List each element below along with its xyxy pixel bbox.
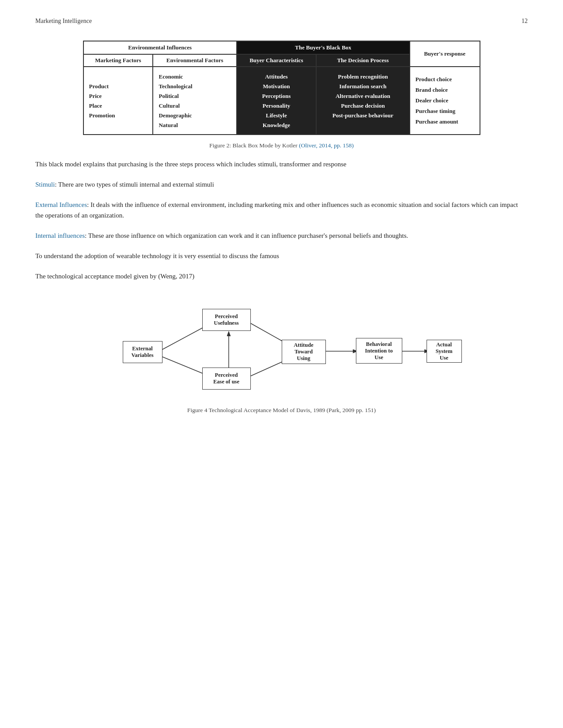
- stimuli-text: : There are two types of stimuli interna…: [55, 181, 214, 188]
- tam-ease-box: PerceivedEase of use: [202, 368, 251, 390]
- ef-item-3: Political: [159, 93, 230, 100]
- mf-item-3: Place: [89, 102, 147, 109]
- tam-behavioral-box: BehavioralIntention toUse: [356, 338, 402, 364]
- tam-behavioral-label: BehavioralIntention toUse: [365, 341, 393, 361]
- response-cell: Product choice Brand choice Dealer choic…: [410, 67, 480, 135]
- figure4-caption: Figure 4 Technological Acceptance Model …: [187, 407, 376, 414]
- decision-cell: Problem recognition Information search A…: [316, 67, 410, 135]
- dp-item-4: Purchase decision: [322, 102, 404, 109]
- buyers-response-header: Buyer's response: [410, 41, 480, 67]
- br-item-2: Brand choice: [416, 86, 474, 94]
- figure2-ref: (Oliver, 2014, pp. 158): [299, 142, 354, 149]
- env-factors-cell: Economic Technological Political Cultura…: [153, 67, 236, 135]
- external-link[interactable]: External Influences: [35, 201, 87, 208]
- br-item-1: Product choice: [416, 76, 474, 83]
- tam-external-box: ExternalVariables: [123, 341, 162, 363]
- svg-line-0: [162, 326, 207, 350]
- tam-actual-box: ActualSystemUse: [427, 340, 462, 363]
- adoption-paragraph: To understand the adoption of wearable t…: [35, 251, 528, 261]
- internal-text: : These are those influence on which org…: [85, 232, 408, 239]
- figure4-container: ExternalVariables PerceivedUsefulness Pe…: [35, 290, 528, 414]
- mf-item-4: Promotion: [89, 112, 147, 119]
- bc-item-1: Attitudes: [242, 73, 310, 80]
- ef-item-1: Economic: [159, 73, 230, 80]
- buyer-char-header: Buyer Characteristics: [237, 54, 316, 67]
- bc-item-6: Knowledge: [242, 122, 310, 129]
- external-text: : It deals with the influence of externa…: [35, 201, 518, 219]
- tam-intro-paragraph: The technological acceptance model given…: [35, 271, 528, 281]
- internal-paragraph: Internal influences: These are those inf…: [35, 230, 528, 241]
- ef-item-4: Cultural: [159, 102, 230, 109]
- br-item-5: Purchase amount: [416, 118, 474, 125]
- svg-line-1: [162, 356, 207, 375]
- figure2-container: Environmental Influences The Buyer's Bla…: [35, 41, 528, 149]
- black-box-header: The Buyer's Black Box: [237, 41, 410, 54]
- tam-diagram: ExternalVariables PerceivedUsefulness Pe…: [110, 299, 454, 396]
- mf-item-1: Product: [89, 83, 147, 90]
- br-item-4: Purchase timing: [416, 108, 474, 115]
- dp-item-3: Alternative evaluation: [322, 93, 404, 100]
- marketing-factors-header: Marketing Factors: [83, 54, 153, 67]
- black-box-table: Environmental Influences The Buyer's Bla…: [83, 41, 480, 135]
- svg-line-2: [251, 323, 286, 343]
- table-header-row1: Environmental Influences The Buyer's Bla…: [83, 41, 480, 54]
- external-paragraph: External Influences: It deals with the i…: [35, 199, 528, 221]
- figure2-caption: Figure 2: Black Box Mode by Kotler (Oliv…: [209, 142, 354, 149]
- mf-item-2: Price: [89, 93, 147, 100]
- ef-item-2: Technological: [159, 83, 230, 90]
- marketing-factors-cell: Product Price Place Promotion: [83, 67, 153, 135]
- tam-ease-label: PerceivedEase of use: [213, 372, 239, 385]
- svg-line-3: [251, 360, 286, 376]
- bc-item-3: Perceptions: [242, 93, 310, 100]
- tam-attitude-label: AttitudeTowardUsing: [294, 342, 313, 362]
- bc-item-5: Lifestyle: [242, 112, 310, 119]
- dp-item-5: Post-purchase behaviour: [322, 112, 404, 119]
- tam-actual-label: ActualSystemUse: [435, 341, 452, 361]
- stimuli-link[interactable]: Stimuli: [35, 181, 55, 188]
- stimuli-paragraph: Stimuli: There are two types of stimuli …: [35, 179, 528, 190]
- page-number: 12: [521, 18, 528, 25]
- tam-usefulness-box: PerceivedUsefulness: [202, 309, 251, 331]
- bc-item-4: Personality: [242, 102, 310, 109]
- ef-item-5: Demographic: [159, 112, 230, 119]
- tam-external-label: ExternalVariables: [131, 345, 153, 359]
- bc-item-2: Motivation: [242, 83, 310, 90]
- tam-usefulness-label: PerceivedUsefulness: [214, 313, 238, 326]
- br-item-3: Dealer choice: [416, 97, 474, 104]
- env-influences-header: Environmental Influences: [83, 41, 237, 54]
- internal-link[interactable]: Internal influences: [35, 232, 85, 239]
- dp-item-2: Information search: [322, 83, 404, 90]
- decision-process-header: The Decision Process: [316, 54, 410, 67]
- page-header: Marketing Intelligence 12: [35, 18, 528, 25]
- ef-item-6: Natural: [159, 122, 230, 129]
- document-title: Marketing Intelligence: [35, 18, 92, 25]
- tam-attitude-box: AttitudeTowardUsing: [282, 340, 326, 364]
- table-body-row: Product Price Place Promotion Economic T…: [83, 67, 480, 135]
- intro-paragraph: This black model explains that purchasin…: [35, 159, 528, 169]
- buyer-char-cell: Attitudes Motivation Perceptions Persona…: [237, 67, 316, 135]
- env-factors-header: Environmental Factors: [153, 54, 236, 67]
- dp-item-1: Problem recognition: [322, 73, 404, 80]
